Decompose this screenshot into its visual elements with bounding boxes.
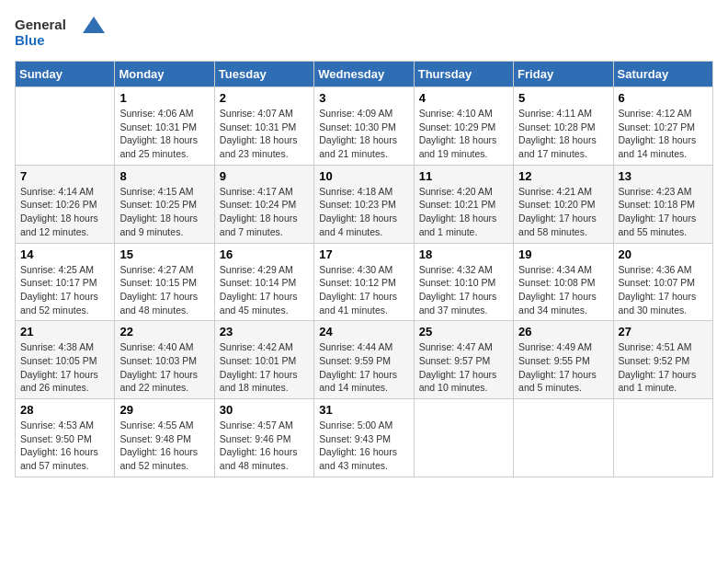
calendar-cell: 29Sunrise: 4:55 AM Sunset: 9:48 PM Dayli… (115, 399, 214, 477)
day-info: Sunrise: 4:38 AM Sunset: 10:05 PM Daylig… (20, 340, 109, 395)
day-number: 12 (518, 169, 608, 183)
day-number: 24 (319, 325, 408, 339)
day-info: Sunrise: 4:17 AM Sunset: 10:24 PM Daylig… (220, 185, 309, 239)
calendar-cell: 4Sunrise: 4:10 AM Sunset: 10:29 PM Dayli… (414, 87, 513, 166)
calendar-cell: 26Sunrise: 4:49 AM Sunset: 9:55 PM Dayli… (514, 321, 613, 399)
day-info: Sunrise: 4:09 AM Sunset: 10:30 PM Daylig… (319, 107, 408, 161)
calendar-cell: 9Sunrise: 4:17 AM Sunset: 10:24 PM Dayli… (214, 165, 313, 243)
day-number: 13 (619, 169, 708, 183)
day-number: 26 (518, 325, 608, 339)
calendar-cell: 15Sunrise: 4:27 AM Sunset: 10:15 PM Dayl… (115, 243, 214, 321)
day-info: Sunrise: 4:36 AM Sunset: 10:07 PM Daylig… (619, 263, 708, 317)
calendar-cell: 28Sunrise: 4:53 AM Sunset: 9:50 PM Dayli… (16, 399, 115, 477)
calendar-cell: 24Sunrise: 4:44 AM Sunset: 9:59 PM Dayli… (314, 321, 414, 399)
calendar-cell (16, 87, 115, 166)
calendar-cell: 18Sunrise: 4:32 AM Sunset: 10:10 PM Dayl… (414, 243, 513, 321)
calendar-cell: 16Sunrise: 4:29 AM Sunset: 10:14 PM Dayl… (214, 243, 313, 321)
day-number: 7 (20, 169, 109, 183)
calendar-cell: 11Sunrise: 4:20 AM Sunset: 10:21 PM Dayl… (414, 165, 513, 243)
calendar-week-row: 7Sunrise: 4:14 AM Sunset: 10:26 PM Dayli… (16, 165, 713, 243)
day-number: 27 (619, 325, 708, 339)
day-number: 11 (419, 169, 508, 183)
day-number: 30 (220, 403, 309, 417)
calendar-cell: 12Sunrise: 4:21 AM Sunset: 10:20 PM Dayl… (514, 165, 613, 243)
day-info: Sunrise: 4:57 AM Sunset: 9:46 PM Dayligh… (220, 419, 309, 473)
day-number: 2 (220, 91, 309, 105)
day-info: Sunrise: 4:29 AM Sunset: 10:14 PM Daylig… (220, 263, 309, 317)
day-number: 31 (319, 403, 408, 417)
svg-text:General: General (15, 17, 66, 32)
day-number: 4 (419, 91, 508, 105)
column-header-tuesday: Tuesday (214, 62, 313, 87)
day-number: 5 (518, 91, 608, 105)
day-number: 14 (20, 247, 109, 261)
day-info: Sunrise: 4:42 AM Sunset: 10:01 PM Daylig… (220, 340, 309, 395)
calendar-cell: 23Sunrise: 4:42 AM Sunset: 10:01 PM Dayl… (214, 321, 313, 399)
calendar-cell: 25Sunrise: 4:47 AM Sunset: 9:57 PM Dayli… (414, 321, 513, 399)
day-info: Sunrise: 4:40 AM Sunset: 10:03 PM Daylig… (119, 340, 209, 395)
day-number: 21 (20, 325, 109, 339)
day-info: Sunrise: 4:51 AM Sunset: 9:52 PM Dayligh… (619, 340, 708, 395)
day-info: Sunrise: 4:23 AM Sunset: 10:18 PM Daylig… (619, 185, 708, 239)
calendar-cell: 3Sunrise: 4:09 AM Sunset: 10:30 PM Dayli… (314, 87, 414, 166)
day-info: Sunrise: 4:32 AM Sunset: 10:10 PM Daylig… (419, 263, 508, 317)
day-number: 1 (119, 91, 209, 105)
day-number: 6 (619, 91, 708, 105)
calendar-table: SundayMondayTuesdayWednesdayThursdayFrid… (15, 61, 713, 477)
calendar-cell: 7Sunrise: 4:14 AM Sunset: 10:26 PM Dayli… (16, 165, 115, 243)
day-info: Sunrise: 4:55 AM Sunset: 9:48 PM Dayligh… (119, 419, 209, 473)
day-number: 17 (319, 247, 408, 261)
calendar-cell: 5Sunrise: 4:11 AM Sunset: 10:28 PM Dayli… (514, 87, 613, 166)
day-info: Sunrise: 4:11 AM Sunset: 10:28 PM Daylig… (518, 107, 608, 161)
column-header-thursday: Thursday (414, 62, 513, 87)
day-number: 3 (319, 91, 408, 105)
calendar-cell: 31Sunrise: 5:00 AM Sunset: 9:43 PM Dayli… (314, 399, 414, 477)
day-info: Sunrise: 4:07 AM Sunset: 10:31 PM Daylig… (220, 107, 309, 161)
day-number: 8 (119, 169, 209, 183)
calendar-cell: 22Sunrise: 4:40 AM Sunset: 10:03 PM Dayl… (115, 321, 214, 399)
day-info: Sunrise: 4:18 AM Sunset: 10:23 PM Daylig… (319, 185, 408, 239)
calendar-cell: 17Sunrise: 4:30 AM Sunset: 10:12 PM Dayl… (314, 243, 414, 321)
day-info: Sunrise: 4:10 AM Sunset: 10:29 PM Daylig… (419, 107, 508, 161)
calendar-cell: 8Sunrise: 4:15 AM Sunset: 10:25 PM Dayli… (115, 165, 214, 243)
day-info: Sunrise: 4:44 AM Sunset: 9:59 PM Dayligh… (319, 340, 408, 395)
logo-svg: General Blue (15, 15, 107, 53)
day-info: Sunrise: 4:49 AM Sunset: 9:55 PM Dayligh… (518, 340, 608, 395)
day-info: Sunrise: 4:14 AM Sunset: 10:26 PM Daylig… (20, 185, 109, 239)
day-info: Sunrise: 4:20 AM Sunset: 10:21 PM Daylig… (419, 185, 508, 239)
calendar-week-row: 28Sunrise: 4:53 AM Sunset: 9:50 PM Dayli… (16, 399, 713, 477)
calendar-cell: 27Sunrise: 4:51 AM Sunset: 9:52 PM Dayli… (613, 321, 712, 399)
svg-marker-2 (83, 17, 105, 33)
day-info: Sunrise: 5:00 AM Sunset: 9:43 PM Dayligh… (319, 419, 408, 473)
column-header-monday: Monday (115, 62, 214, 87)
calendar-cell: 19Sunrise: 4:34 AM Sunset: 10:08 PM Dayl… (514, 243, 613, 321)
calendar-cell (414, 399, 513, 477)
day-number: 9 (220, 169, 309, 183)
calendar-cell: 21Sunrise: 4:38 AM Sunset: 10:05 PM Dayl… (16, 321, 115, 399)
calendar-cell (613, 399, 712, 477)
day-number: 10 (319, 169, 408, 183)
calendar-week-row: 14Sunrise: 4:25 AM Sunset: 10:17 PM Dayl… (16, 243, 713, 321)
day-info: Sunrise: 4:53 AM Sunset: 9:50 PM Dayligh… (20, 419, 109, 473)
column-header-wednesday: Wednesday (314, 62, 414, 87)
column-header-saturday: Saturday (613, 62, 712, 87)
day-number: 28 (20, 403, 109, 417)
day-info: Sunrise: 4:21 AM Sunset: 10:20 PM Daylig… (518, 185, 608, 239)
day-info: Sunrise: 4:47 AM Sunset: 9:57 PM Dayligh… (419, 340, 508, 395)
day-info: Sunrise: 4:27 AM Sunset: 10:15 PM Daylig… (119, 263, 209, 317)
day-number: 20 (619, 247, 708, 261)
calendar-cell: 13Sunrise: 4:23 AM Sunset: 10:18 PM Dayl… (613, 165, 712, 243)
day-number: 22 (119, 325, 209, 339)
column-header-friday: Friday (514, 62, 613, 87)
day-number: 16 (220, 247, 309, 261)
day-info: Sunrise: 4:15 AM Sunset: 10:25 PM Daylig… (119, 185, 209, 239)
day-number: 19 (518, 247, 608, 261)
calendar-cell: 1Sunrise: 4:06 AM Sunset: 10:31 PM Dayli… (115, 87, 214, 166)
column-header-sunday: Sunday (16, 62, 115, 87)
day-info: Sunrise: 4:30 AM Sunset: 10:12 PM Daylig… (319, 263, 408, 317)
calendar-cell: 30Sunrise: 4:57 AM Sunset: 9:46 PM Dayli… (214, 399, 313, 477)
day-number: 18 (419, 247, 508, 261)
calendar-week-row: 21Sunrise: 4:38 AM Sunset: 10:05 PM Dayl… (16, 321, 713, 399)
page-header: General Blue (15, 15, 713, 53)
calendar-cell (514, 399, 613, 477)
